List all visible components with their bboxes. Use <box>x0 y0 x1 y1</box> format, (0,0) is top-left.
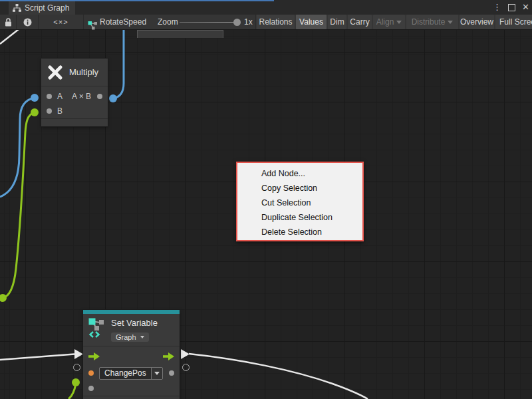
info-icon <box>23 18 32 27</box>
dropdown-arrow-box[interactable] <box>151 368 162 379</box>
toolbar-button-carry[interactable]: Carry <box>348 15 372 29</box>
window-menu-icon[interactable]: ⋮ <box>493 1 501 13</box>
maximize-icon[interactable] <box>508 4 515 11</box>
proxy-port-ring-right[interactable] <box>182 364 190 371</box>
port-label-a: A <box>57 92 63 101</box>
port-variable-input[interactable] <box>88 370 94 376</box>
align-label: Align <box>376 17 394 27</box>
set-variable-flow-row <box>83 348 180 365</box>
menu-item-copy-selection[interactable]: Copy Selection <box>237 181 362 196</box>
graph-reference-label[interactable]: RotateSpeed 1 <box>100 15 146 29</box>
node-partial-top[interactable] <box>137 30 223 38</box>
port-value-output[interactable] <box>169 370 174 376</box>
tab-label: Script Graph <box>25 3 69 13</box>
wire-green-bottom <box>68 384 76 399</box>
menu-item-duplicate-selection[interactable]: Duplicate Selection <box>237 210 362 225</box>
set-variable-value-row: ChangePos <box>83 365 180 381</box>
wire-dot-green-bottom[interactable] <box>72 378 80 386</box>
set-variable-fallback-row <box>83 381 180 396</box>
tab-bar: Script Graph ⋮ ✕ <box>0 0 532 15</box>
wire-white-flow-out <box>189 354 368 399</box>
toolbar-button-align[interactable]: Align <box>373 15 405 29</box>
port-input-a[interactable] <box>47 94 52 99</box>
variable-scope-dropdown[interactable]: Graph <box>111 332 149 342</box>
graph-toolbar: <×> RotateSpeed 1 Zoom 1x Relations Valu… <box>0 15 532 30</box>
port-label-axb: A × B <box>72 92 91 101</box>
multiply-row-a: A A × B <box>41 89 108 104</box>
multiply-row-b: B <box>41 104 108 118</box>
toolbar-button-dim[interactable]: Dim <box>328 15 346 29</box>
wire-white-flow-in <box>0 354 74 360</box>
variable-name-value: ChangePos <box>100 368 151 379</box>
tab-script-graph[interactable]: Script Graph <box>9 1 75 15</box>
variable-graph-icon <box>88 318 106 338</box>
set-variable-footer <box>83 396 180 399</box>
wire-dot-green-b[interactable] <box>31 108 39 116</box>
script-graph-icon <box>13 4 21 12</box>
node-set-variable[interactable]: Set Variable Graph <box>83 310 180 399</box>
zoom-slider-handle[interactable] <box>233 19 241 26</box>
port-label-b: B <box>57 106 63 116</box>
toolbar-button-distribute[interactable]: Distribute <box>406 15 458 29</box>
lock-button[interactable] <box>0 15 16 29</box>
flow-arrowhead-out <box>181 349 190 359</box>
toolbar-button-values[interactable]: Values <box>296 15 327 29</box>
wire-blue-input <box>0 98 35 197</box>
toolbar-button-fullscreen[interactable]: Full Screen <box>495 15 532 29</box>
menu-item-delete-selection[interactable]: Delete Selection <box>237 225 362 239</box>
chevron-down-icon <box>154 372 160 375</box>
info-button[interactable] <box>17 15 38 29</box>
wire-dot-blue-a[interactable] <box>31 94 39 102</box>
wire-dot-green-end[interactable] <box>0 294 7 302</box>
green-arrow-out-icon[interactable] <box>163 352 174 360</box>
chevron-down-icon <box>396 21 402 24</box>
menu-item-add-node[interactable]: Add Node... <box>237 166 362 181</box>
wire-blue-output <box>113 30 124 98</box>
wire-green-left <box>3 112 35 298</box>
green-arrow-in-icon[interactable] <box>88 352 100 360</box>
lock-icon <box>5 18 12 27</box>
port-output-axb[interactable] <box>97 94 102 99</box>
chevron-down-icon <box>448 21 453 24</box>
close-icon[interactable]: ✕ <box>522 1 529 13</box>
wire-dot-blue-out[interactable] <box>109 94 117 102</box>
unity-visual-scripting-window: Script Graph ⋮ ✕ <×> <box>0 0 532 399</box>
toolbar-button-relations[interactable]: Relations <box>257 15 295 29</box>
chevron-down-icon <box>140 336 144 338</box>
context-menu: Add Node... Copy Selection Cut Selection… <box>236 162 364 241</box>
set-variable-header: Set Variable Graph <box>83 314 180 346</box>
set-variable-title: Set Variable <box>111 318 158 328</box>
node-multiply[interactable]: Multiply A A × B B <box>41 59 108 126</box>
multiply-x-icon <box>47 64 64 81</box>
distribute-label: Distribute <box>412 17 446 27</box>
multiply-header: Multiply <box>41 59 108 86</box>
window-controls: ⋮ ✕ <box>493 1 529 13</box>
flow-arrowhead-in <box>74 349 83 359</box>
wire-white-topleft <box>0 30 19 44</box>
zoom-slider-track[interactable] <box>180 22 241 23</box>
graph-canvas[interactable]: Multiply A A × B B <box>0 30 532 399</box>
code-view-button[interactable]: <×> <box>39 15 83 29</box>
multiply-title: Multiply <box>69 67 98 77</box>
variable-name-dropdown[interactable]: ChangePos <box>99 367 163 380</box>
zoom-label: Zoom <box>158 15 180 29</box>
port-input-b[interactable] <box>47 108 52 114</box>
multiply-footer <box>41 118 108 128</box>
proxy-port-ring-left[interactable] <box>73 364 80 371</box>
menu-item-cut-selection[interactable]: Cut Selection <box>237 196 362 210</box>
variable-scope-label: Graph <box>116 333 136 341</box>
port-fallback-input[interactable] <box>88 386 94 391</box>
toolbar-button-overview[interactable]: Overview <box>460 15 494 29</box>
